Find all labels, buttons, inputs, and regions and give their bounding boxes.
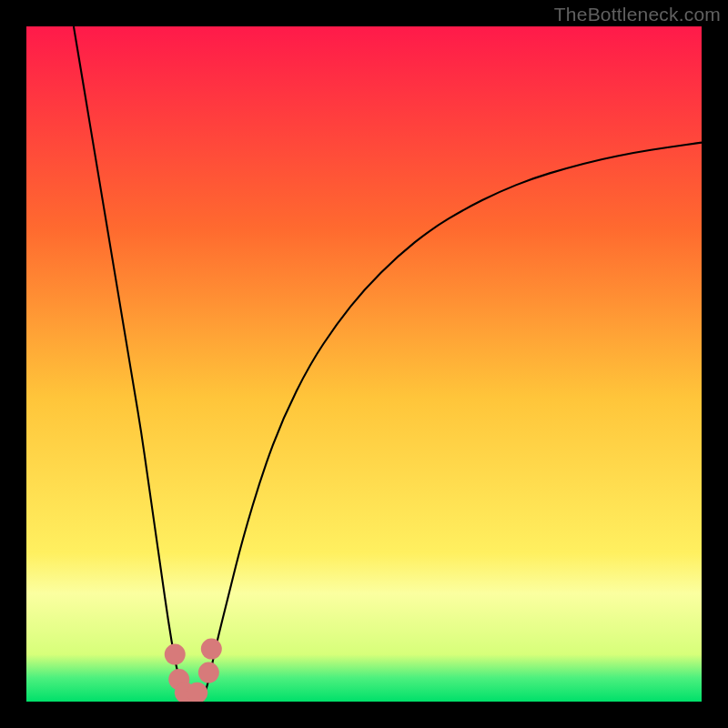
gradient-panel [26, 26, 702, 702]
data-marker [165, 644, 186, 665]
outer-frame: TheBottleneck.com [0, 0, 728, 728]
attribution-text: TheBottleneck.com [554, 4, 721, 25]
bottleneck-chart [26, 26, 702, 702]
data-marker [201, 639, 222, 660]
data-marker [198, 662, 219, 683]
